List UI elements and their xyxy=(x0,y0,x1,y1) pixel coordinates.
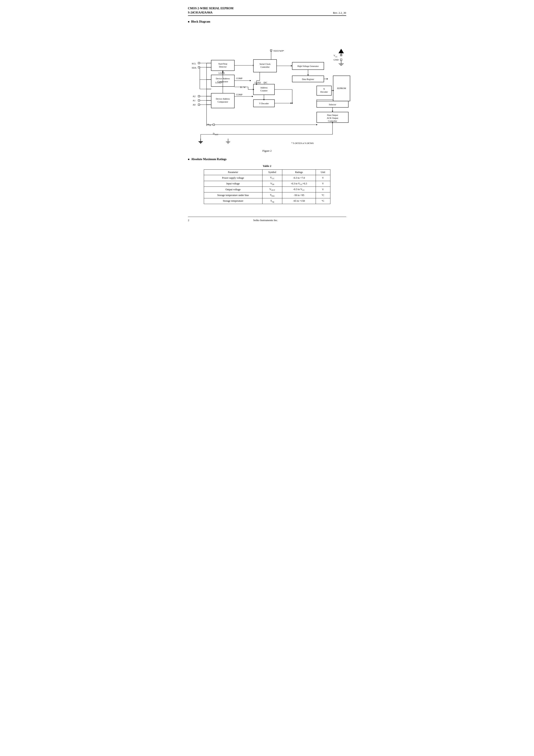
svg-text:COMP: COMP xyxy=(236,77,242,80)
svg-marker-103 xyxy=(332,111,333,112)
svg-text:EEPROM: EEPROM xyxy=(337,87,346,90)
svg-marker-137 xyxy=(252,96,253,97)
table-title: Table 2 xyxy=(188,164,346,168)
block-diagram-section-title: Block Diagram xyxy=(188,20,346,23)
ratings-table: Parameter Symbol Ratings Unit Power supp… xyxy=(204,170,331,204)
block-diagram-svg: SCL SDA Start/Stop Detector Device Addre… xyxy=(188,27,353,147)
col-parameter: Parameter xyxy=(204,170,262,175)
svg-marker-33 xyxy=(291,65,292,67)
svg-text:LOAD: LOAD xyxy=(219,72,225,74)
svg-text:A1: A1 xyxy=(193,99,195,102)
svg-marker-140 xyxy=(292,103,293,104)
svg-marker-112 xyxy=(316,124,317,125)
table-row: Output voltageVOUT-0.3 to VCCV xyxy=(204,186,330,192)
figure-caption: Figure 2 xyxy=(188,149,346,152)
svg-text:R / W: R / W xyxy=(240,86,246,88)
svg-marker-38 xyxy=(339,49,344,53)
scl-pin-label: SCL xyxy=(192,62,196,65)
svg-rect-77 xyxy=(198,95,200,97)
svg-rect-83 xyxy=(198,104,200,105)
svg-rect-80 xyxy=(198,99,200,101)
svg-marker-28 xyxy=(250,80,251,81)
table-row: Input voltageVIN-0.3 to VCC+0.3V xyxy=(204,181,330,186)
svg-marker-50 xyxy=(307,74,309,76)
table-row: Storage temperatureTstg-65 to +150°C xyxy=(204,198,330,204)
svg-text:Address: Address xyxy=(260,87,267,89)
svg-text:Data Register: Data Register xyxy=(302,78,314,80)
document-title: CMOS 2-WIRE SERIAL EEPROM S-24C01A/02A/0… xyxy=(188,6,233,14)
company-name: Seiko Instruments Inc. xyxy=(253,219,278,222)
svg-marker-54 xyxy=(327,78,328,80)
svg-text:D: D xyxy=(207,123,209,126)
svg-text:A2: A2 xyxy=(193,95,195,97)
svg-text:Decoder: Decoder xyxy=(320,91,328,93)
col-ratings: Ratings xyxy=(282,170,316,175)
page-footer: 2 Seiko Instruments Inc. xyxy=(188,217,346,222)
revision-number: Rev. 2.2_30 xyxy=(333,11,346,14)
svg-text:Selector: Selector xyxy=(329,103,336,106)
svg-rect-8 xyxy=(198,62,200,64)
svg-text:Start/Stop: Start/Stop xyxy=(218,63,227,65)
svg-text:Data Output: Data Output xyxy=(327,114,338,116)
svg-text:VCC: VCC xyxy=(334,54,337,58)
svg-text:Counter: Counter xyxy=(260,90,268,92)
table-row: Power supply voltageVCC-0.3 to +7.0V xyxy=(204,175,330,181)
svg-text:High-Voltage Generator: High-Voltage Generator xyxy=(297,65,319,67)
svg-rect-12 xyxy=(211,60,234,71)
svg-text:Detector: Detector xyxy=(219,66,227,68)
svg-text:Comparator: Comparator xyxy=(217,101,228,103)
svg-text:COMP: COMP xyxy=(236,94,242,96)
svg-text:Controller: Controller xyxy=(328,120,337,122)
col-unit: Unit xyxy=(316,170,330,175)
svg-rect-10 xyxy=(198,67,200,68)
svg-text:Serial Clock: Serial Clock xyxy=(259,63,271,65)
svg-text:INC: INC xyxy=(263,81,267,84)
svg-text:Device Address: Device Address xyxy=(216,98,229,100)
svg-text:Y Decoder: Y Decoder xyxy=(259,102,269,105)
svg-text:X: X xyxy=(323,88,325,90)
svg-text:TEST/WP*: TEST/WP* xyxy=(273,50,284,52)
svg-marker-93 xyxy=(290,102,292,104)
svg-text:ACK Output: ACK Output xyxy=(327,117,338,119)
svg-text:Controller: Controller xyxy=(260,66,270,68)
svg-text:A0: A0 xyxy=(193,103,196,106)
table-row: Storage temperature under biasTbias-50 t… xyxy=(204,192,330,198)
svg-rect-41 xyxy=(340,59,342,61)
page-header: CMOS 2-WIRE SERIAL EEPROM S-24C01A/02A/0… xyxy=(188,6,346,16)
page-number: 2 xyxy=(188,219,189,222)
svg-text:OUT: OUT xyxy=(215,134,218,136)
svg-text:LOAD: LOAD xyxy=(215,81,222,84)
svg-text:LOAD: LOAD xyxy=(255,81,261,84)
svg-text:*   S-24C02A or S-24C04A: * S-24C02A or S-24C04A xyxy=(291,142,314,144)
col-symbol: Symbol xyxy=(262,170,282,175)
svg-text:GND: GND xyxy=(334,59,339,61)
absolute-max-ratings-section-title: Absolute Maximum Ratings xyxy=(188,158,346,161)
svg-rect-110 xyxy=(213,124,215,125)
sda-pin-label: SDA xyxy=(192,67,197,69)
